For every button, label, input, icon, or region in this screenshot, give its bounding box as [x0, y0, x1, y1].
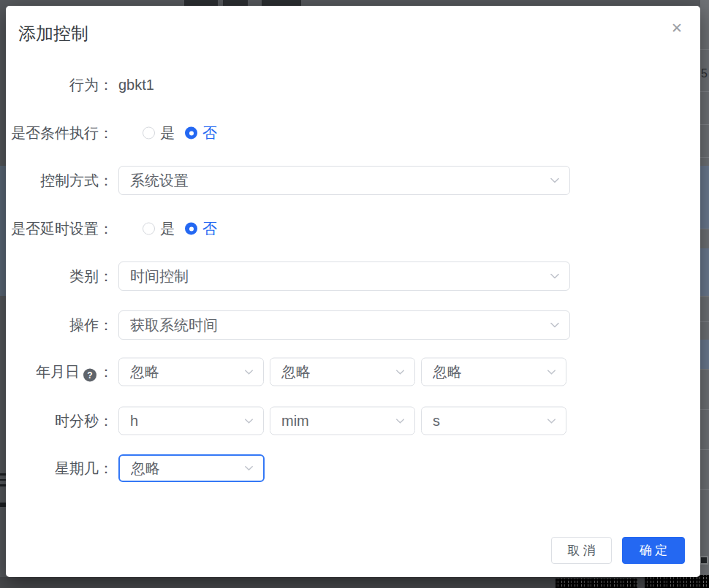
delay-setting-radio-yes[interactable]: 是: [143, 219, 175, 239]
operation-select[interactable]: 获取系统时间: [118, 310, 570, 340]
chevron-down-icon: [243, 416, 254, 427]
select-value: s: [433, 413, 440, 429]
select-value: 获取系统时间: [130, 316, 218, 335]
radio-circle-checked-icon: [185, 127, 197, 140]
select-value: 系统设置: [130, 171, 189, 191]
delay-setting-radio-no[interactable]: 否: [185, 219, 217, 239]
condition-exec-radio-yes[interactable]: 是: [143, 123, 175, 143]
form-row-hms: 时分秒： h mim s: [6, 406, 700, 435]
form-row-category: 类别： 时间控制: [6, 261, 700, 291]
radio-circle-icon: [143, 223, 155, 235]
chevron-down-icon: [395, 416, 406, 427]
form-row-control-mode: 控制方式： 系统设置: [6, 166, 700, 195]
select-value: 忽略: [130, 362, 159, 382]
chevron-down-icon: [546, 367, 557, 378]
ymd-year-select[interactable]: 忽略: [118, 358, 264, 386]
select-value: mim: [281, 413, 309, 429]
form-row-condition-exec: 是否条件执行： 是 否: [6, 118, 700, 148]
condition-exec-radio-no[interactable]: 否: [185, 123, 217, 143]
radio-label: 是: [160, 123, 175, 143]
form-row-behavior: 行为： gbkt1: [6, 70, 700, 99]
hms-hour-select[interactable]: h: [118, 407, 264, 435]
category-select[interactable]: 时间控制: [118, 261, 570, 291]
behavior-label: 行为：: [6, 75, 113, 95]
help-icon[interactable]: ?: [83, 369, 96, 382]
weekday-label: 星期几：: [6, 459, 113, 478]
dialog-footer: 取 消 确 定: [551, 537, 685, 564]
chevron-down-icon: [243, 367, 254, 378]
background-left-strip: [0, 0, 6, 588]
behavior-value: gbkt1: [118, 77, 154, 93]
window-icon: [699, 556, 708, 565]
hms-second-select[interactable]: s: [421, 407, 566, 435]
hms-label: 时分秒：: [6, 411, 113, 431]
chevron-down-icon: [546, 416, 557, 427]
ymd-day-select[interactable]: 忽略: [421, 358, 566, 386]
radio-circle-icon: [143, 127, 155, 140]
dialog-title: 添加控制: [18, 22, 88, 45]
select-value: 时间控制: [130, 267, 189, 286]
form-row-delay-setting: 是否延时设置： 是 否: [6, 214, 700, 243]
operation-label: 操作：: [6, 316, 113, 335]
radio-circle-checked-icon: [185, 223, 197, 235]
cancel-button[interactable]: 取 消: [551, 537, 612, 564]
delay-setting-label: 是否延时设置：: [6, 219, 113, 239]
category-label: 类别：: [6, 267, 113, 286]
radio-label: 否: [202, 123, 217, 143]
radio-label: 否: [202, 219, 217, 239]
confirm-button[interactable]: 确 定: [622, 537, 685, 564]
background-number: 5: [701, 67, 708, 80]
select-value: h: [130, 413, 138, 429]
close-icon[interactable]: ✕: [667, 18, 687, 38]
background-top-strip: [0, 0, 709, 6]
chevron-down-icon: [243, 463, 254, 474]
weekday-select[interactable]: 忽略: [118, 454, 265, 482]
form-row-ymd: 年月日?： 忽略 忽略 忽略: [6, 357, 700, 386]
background-right-strip: [700, 0, 709, 588]
control-mode-select[interactable]: 系统设置: [118, 166, 570, 195]
condition-exec-label: 是否条件执行：: [6, 123, 113, 143]
select-value: 忽略: [131, 459, 160, 478]
add-control-dialog: 添加控制 ✕ 行为： gbkt1 是否条件执行： 是 否 控制方式： 系统设置: [6, 6, 700, 577]
radio-label: 是: [160, 219, 175, 239]
form-row-weekday: 星期几： 忽略: [6, 454, 700, 483]
background-barcode-artifact: [556, 579, 637, 588]
hms-minute-select[interactable]: mim: [270, 407, 415, 435]
ymd-month-select[interactable]: 忽略: [270, 358, 415, 386]
chevron-down-icon: [549, 175, 561, 186]
select-value: 忽略: [433, 362, 462, 382]
ymd-label: 年月日?：: [6, 362, 113, 382]
form-row-operation: 操作： 获取系统时间: [6, 310, 700, 340]
select-value: 忽略: [281, 362, 311, 382]
chevron-down-icon: [395, 367, 406, 378]
chevron-down-icon: [549, 319, 561, 331]
chevron-down-icon: [549, 270, 561, 282]
control-mode-label: 控制方式：: [6, 171, 113, 191]
